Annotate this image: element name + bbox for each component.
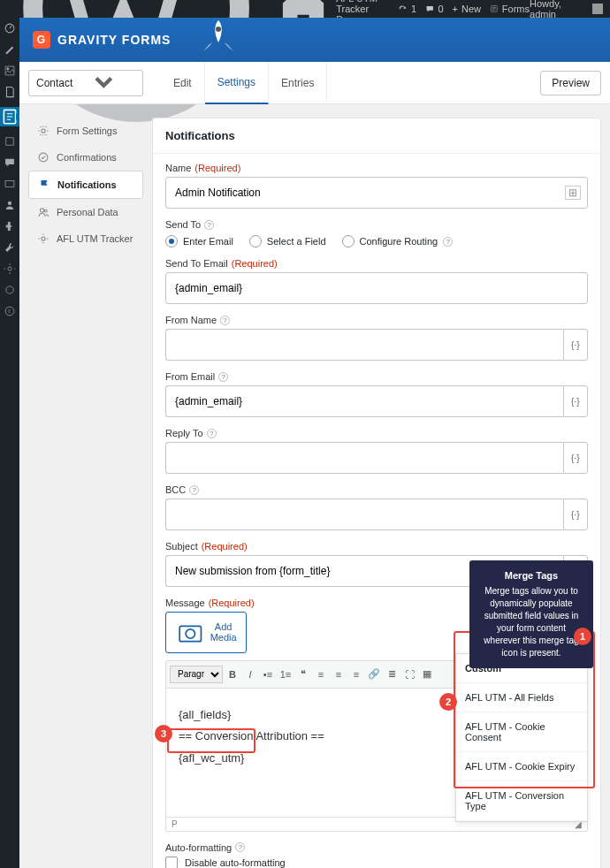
gf-brand: GRAVITY FORMS xyxy=(57,33,171,47)
merge-tag-button[interactable]: {⋅} xyxy=(563,499,588,530)
annotation-num-3: 3 xyxy=(155,725,172,742)
svg-point-10 xyxy=(216,27,221,32)
dashboard-icon[interactable] xyxy=(4,22,16,34)
more-icon[interactable]: ≣ xyxy=(384,666,400,682)
align-center-icon[interactable]: ≡ xyxy=(331,666,347,682)
avatar-icon xyxy=(592,4,603,14)
forms-icon[interactable] xyxy=(0,107,19,126)
forms-menu[interactable]: Forms xyxy=(490,4,530,14)
help-icon[interactable]: ? xyxy=(189,485,199,495)
tab-settings[interactable]: Settings xyxy=(205,62,269,104)
sidebar-confirmations[interactable]: Confirmations xyxy=(28,144,143,171)
new-content[interactable]: +New xyxy=(453,4,481,14)
gear-icon xyxy=(37,232,50,245)
flag-icon xyxy=(38,179,50,191)
svg-rect-6 xyxy=(5,181,14,187)
rail-icon[interactable] xyxy=(4,178,16,190)
help-icon[interactable]: ? xyxy=(443,237,453,247)
link-icon[interactable]: 🔗 xyxy=(366,666,382,682)
comments[interactable]: 0 xyxy=(425,4,444,14)
radio-configure-routing[interactable]: Configure Routing ? xyxy=(342,235,454,247)
users-icon[interactable] xyxy=(4,199,16,211)
dd-item[interactable]: AFL UTM - All Fields xyxy=(456,683,587,712)
media-icon[interactable] xyxy=(4,65,16,77)
help-icon[interactable]: ? xyxy=(218,372,228,382)
quote-icon[interactable]: ❝ xyxy=(295,666,311,682)
merge-tag-button[interactable]: {⋅} xyxy=(563,385,588,417)
reply-to-input[interactable] xyxy=(165,442,563,474)
dd-item[interactable]: AFL UTM - Conversion Type xyxy=(456,781,587,821)
tools-icon[interactable] xyxy=(4,241,16,254)
sidebar-personal-data[interactable]: Personal Data xyxy=(28,199,143,225)
check-icon xyxy=(37,151,50,164)
annotation-num-2: 2 xyxy=(439,693,457,711)
tab-entries[interactable]: Entries xyxy=(269,62,327,104)
posts-icon[interactable] xyxy=(4,43,16,56)
sidebar-form-settings[interactable]: Form Settings xyxy=(28,118,143,144)
radio-select-field[interactable]: Select a Field xyxy=(249,235,326,247)
annotation-num-1: 1 xyxy=(574,628,591,645)
svg-point-13 xyxy=(41,209,44,212)
svg-point-3 xyxy=(7,68,10,71)
radio-enter-email[interactable]: Enter Email xyxy=(165,235,233,247)
wp-admin-bar: AFL UTM Tracker Demo 1 0 +New Forms Howd… xyxy=(0,0,610,18)
sidebar-notifications[interactable]: Notifications xyxy=(28,171,143,199)
help-icon[interactable]: ? xyxy=(204,220,214,230)
toolbar-toggle-icon[interactable]: ▦ xyxy=(419,666,435,682)
form-icon[interactable]: ⊞ xyxy=(565,186,581,200)
updates[interactable]: 1 xyxy=(398,4,416,14)
merge-tag-dropdown: Custom AFL UTM - All Fields AFL UTM - Co… xyxy=(455,653,588,822)
settings-icon[interactable] xyxy=(4,263,16,275)
pages-icon[interactable] xyxy=(4,86,16,98)
dd-item[interactable]: AFL UTM - Cookie Expiry xyxy=(456,752,587,781)
block-format-select[interactable]: Paragraph xyxy=(170,666,223,683)
bcc-input[interactable] xyxy=(165,499,563,530)
number-list-icon[interactable]: 1≡ xyxy=(278,666,294,682)
gf-header: G GRAVITY FORMS xyxy=(19,18,610,62)
sidebar-afl-utm[interactable]: AFL UTM Tracker xyxy=(28,225,143,252)
tab-edit[interactable]: Edit xyxy=(161,62,205,104)
send-to-email-input[interactable] xyxy=(165,272,588,304)
svg-point-11 xyxy=(42,129,45,133)
preview-button[interactable]: Preview xyxy=(540,71,601,95)
rail-icon[interactable] xyxy=(4,135,16,148)
chevron-down-icon xyxy=(72,71,135,95)
svg-point-14 xyxy=(44,209,47,212)
bold-icon[interactable]: B xyxy=(225,666,240,682)
align-right-icon[interactable]: ≡ xyxy=(348,666,364,682)
camera-icon xyxy=(175,617,206,648)
dd-item[interactable]: AFL UTM - Cookie Consent xyxy=(456,712,587,752)
gear-icon xyxy=(37,125,50,137)
from-name-input[interactable] xyxy=(165,329,563,361)
wp-admin-rail xyxy=(0,18,19,868)
align-left-icon[interactable]: ≡ xyxy=(313,666,329,682)
svg-point-8 xyxy=(6,286,13,293)
merge-tag-button[interactable]: {⋅} xyxy=(563,329,588,361)
help-icon[interactable]: ? xyxy=(220,316,230,325)
help-icon[interactable]: ? xyxy=(207,429,217,438)
italic-icon[interactable]: I xyxy=(242,666,258,682)
comments-icon[interactable] xyxy=(4,156,16,169)
users-icon xyxy=(37,206,50,218)
bullet-list-icon[interactable]: •≡ xyxy=(260,666,276,682)
gf-logo-icon: G xyxy=(33,31,50,49)
plugins-icon[interactable] xyxy=(4,220,16,232)
settings-sidebar: Form Settings Confirmations Notification… xyxy=(28,118,143,868)
howdy-user[interactable]: Howdy, admin xyxy=(530,0,603,19)
svg-point-7 xyxy=(8,202,11,205)
help-icon[interactable]: ? xyxy=(235,842,245,852)
form-selector[interactable]: Contact xyxy=(28,70,143,96)
gf-toolbar: Contact Edit Settings Entries Preview xyxy=(19,62,610,104)
collapse-icon[interactable] xyxy=(4,305,16,317)
disable-autoformat-checkbox[interactable] xyxy=(165,857,178,868)
name-input[interactable] xyxy=(165,177,588,209)
merge-tags-tooltip: Merge Tags Merge tags allow you to dynam… xyxy=(469,560,593,668)
notification-panel: Notifications Name (Required) ⊞ Send To … xyxy=(152,118,601,868)
fullscreen-icon[interactable]: ⛶ xyxy=(401,666,417,682)
from-email-input[interactable] xyxy=(165,385,563,417)
editor-path: P xyxy=(172,819,178,829)
merge-tag-button[interactable]: {⋅} xyxy=(563,442,588,474)
rail-icon[interactable] xyxy=(4,284,16,296)
add-media-button[interactable]: Add Media xyxy=(165,612,247,653)
svg-point-9 xyxy=(5,307,14,316)
